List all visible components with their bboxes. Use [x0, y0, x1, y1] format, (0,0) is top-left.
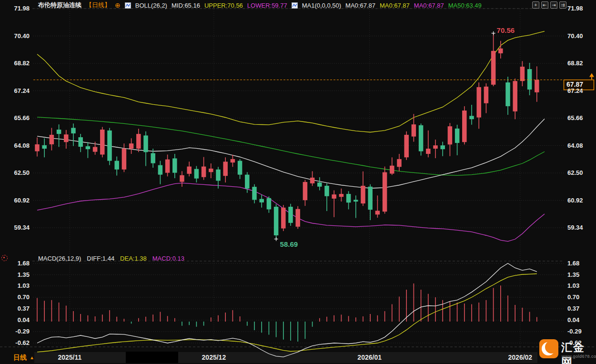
symbol-name: 布伦特原油连续 [38, 1, 81, 10]
compress-right-icon[interactable]: ⇥ [550, 1, 557, 9]
logo-url: www.gold678.com [562, 354, 596, 359]
live-indicator-icon [1, 255, 8, 261]
add-indicator-icon[interactable]: ⊕ [115, 2, 121, 9]
ma0-yellow-value: MA0:67.87 [380, 2, 410, 9]
ma0-white-value: MA0:67.87 [345, 2, 375, 9]
logo-name: 汇金网 [561, 340, 596, 364]
macd-diff-value: DIFF:1.44 [87, 255, 114, 262]
period-tag[interactable]: 【日线】 [86, 1, 111, 10]
svg-text:1.03: 1.03 [567, 282, 579, 289]
svg-text:60.92: 60.92 [14, 197, 30, 204]
svg-text:60.92: 60.92 [567, 197, 583, 204]
svg-text:1.68: 1.68 [18, 260, 30, 267]
svg-text:1.35: 1.35 [567, 271, 579, 278]
site-logo[interactable]: 汇金网 www.gold678.com [538, 338, 596, 363]
high-low-markers: 70.5658.69 [274, 26, 515, 248]
svg-text:67.24: 67.24 [567, 87, 583, 94]
main-chart-header: 布伦特原油连续 【日线】 ⊕ BOLL(26,2) MID:65.16 UPPE… [38, 1, 482, 10]
boll-lower-value: LOWER:59.77 [247, 2, 287, 9]
macd-macd-value: MACD:0.13 [152, 255, 184, 262]
svg-text:-0.29: -0.29 [15, 328, 30, 335]
chart-toolbar: +⇤⇥⇉ [532, 1, 566, 9]
svg-text:62.50: 62.50 [567, 169, 583, 176]
macd-dea-value: DEA:1.38 [120, 255, 147, 262]
shift-right-icon[interactable]: ⇉ [559, 1, 566, 9]
svg-text:71.98: 71.98 [14, 5, 30, 12]
ma-label: MA1(0,0,0,50) [302, 2, 341, 9]
svg-text:0.37: 0.37 [567, 305, 579, 312]
svg-text:0.04: 0.04 [567, 316, 580, 324]
svg-text:71.98: 71.98 [567, 5, 583, 12]
svg-text:62.50: 62.50 [14, 169, 30, 176]
svg-text:1.03: 1.03 [18, 282, 30, 289]
svg-text:70.56: 70.56 [497, 26, 515, 34]
svg-text:70.40: 70.40 [14, 32, 30, 40]
indicator-icon [125, 2, 131, 9]
axis-labels: 71.9871.9870.4070.4068.8268.8267.2467.24… [14, 5, 583, 346]
trading-chart-app: 70.5658.6967.8771.9871.9870.4070.4068.82… [0, 0, 596, 364]
svg-text:0.04: 0.04 [18, 316, 30, 324]
svg-text:59.34: 59.34 [567, 224, 583, 231]
svg-text:0.70: 0.70 [567, 293, 579, 301]
chart-canvas[interactable]: 70.5658.6967.8771.9871.9870.4070.4068.82… [0, 0, 596, 364]
svg-text:1.35: 1.35 [18, 271, 30, 278]
macd-label: MACD(26,12,9) [38, 255, 81, 262]
indicator-icon [292, 2, 298, 9]
svg-text:65.66: 65.66 [14, 114, 30, 121]
macd-histogram [37, 283, 537, 342]
svg-text:64.08: 64.08 [567, 142, 583, 149]
svg-text:68.82: 68.82 [567, 60, 583, 67]
macd-header: MACD(26,12,9) DIFF:1.44 DEA:1.38 MACD:0.… [38, 254, 184, 263]
svg-text:70.40: 70.40 [567, 32, 583, 40]
svg-text:67.24: 67.24 [14, 87, 30, 94]
logo-crescent-icon [539, 339, 558, 358]
boll-upper-value: UPPER:70.56 [204, 2, 243, 9]
svg-text:-0.29: -0.29 [567, 328, 582, 335]
boll-mid-value: MID:65.16 [172, 2, 200, 9]
svg-text:65.66: 65.66 [567, 114, 583, 121]
svg-text:-0.62: -0.62 [15, 339, 30, 346]
ma50-value: MA50:63.49 [448, 2, 482, 9]
svg-text:0.70: 0.70 [18, 293, 30, 301]
svg-text:59.34: 59.34 [14, 224, 30, 231]
ma0-magenta-value: MA0:67.87 [414, 2, 444, 9]
svg-text:0.37: 0.37 [18, 305, 30, 312]
svg-text:58.69: 58.69 [280, 240, 298, 248]
boll-label: BOLL(26,2) [135, 2, 167, 9]
svg-text:68.82: 68.82 [14, 60, 30, 67]
compress-left-icon[interactable]: ⇤ [541, 1, 548, 9]
redacted-area [126, 352, 178, 363]
svg-text:1.68: 1.68 [567, 260, 579, 267]
candlestick-series [35, 33, 539, 239]
gridlines [0, 9, 596, 351]
pan-icon[interactable]: + [532, 1, 539, 9]
svg-text:64.08: 64.08 [14, 142, 30, 149]
